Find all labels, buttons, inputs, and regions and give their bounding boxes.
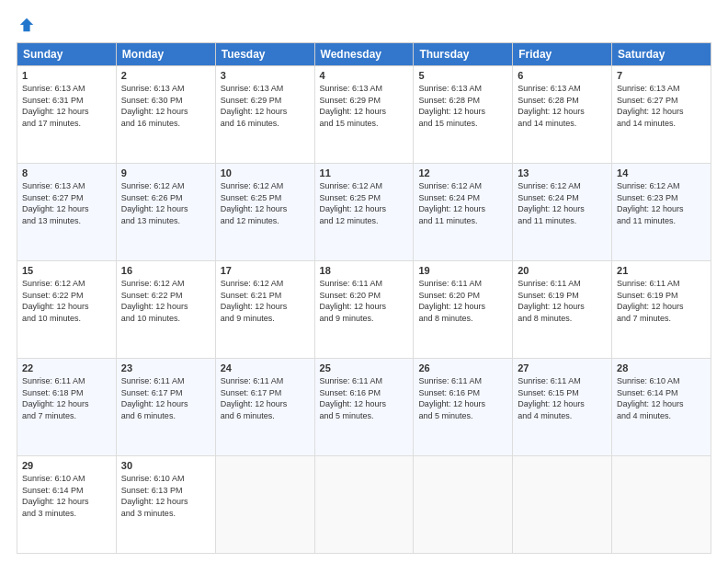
day-number: 2 bbox=[121, 70, 210, 81]
cell-info: Sunrise: 6:11 AMSunset: 6:18 PMDaylight:… bbox=[22, 376, 89, 420]
cell-info: Sunrise: 6:11 AMSunset: 6:16 PMDaylight:… bbox=[418, 376, 485, 420]
cell-info: Sunrise: 6:11 AMSunset: 6:16 PMDaylight:… bbox=[320, 376, 387, 420]
cell-info: Sunrise: 6:13 AMSunset: 6:28 PMDaylight:… bbox=[418, 84, 485, 128]
calendar-cell bbox=[513, 456, 612, 554]
cell-info: Sunrise: 6:10 AMSunset: 6:13 PMDaylight:… bbox=[121, 474, 188, 518]
cell-info: Sunrise: 6:12 AMSunset: 6:26 PMDaylight:… bbox=[121, 181, 188, 225]
calendar-cell: 12Sunrise: 6:12 AMSunset: 6:24 PMDayligh… bbox=[414, 164, 513, 261]
calendar-week-4: 22Sunrise: 6:11 AMSunset: 6:18 PMDayligh… bbox=[17, 359, 711, 456]
calendar-cell: 7Sunrise: 6:13 AMSunset: 6:27 PMDaylight… bbox=[612, 66, 711, 164]
calendar-cell: 1Sunrise: 6:13 AMSunset: 6:31 PMDaylight… bbox=[17, 66, 117, 164]
calendar-table: SundayMondayTuesdayWednesdayThursdayFrid… bbox=[17, 42, 711, 554]
day-number: 24 bbox=[221, 362, 310, 373]
day-number: 10 bbox=[221, 167, 310, 178]
day-number: 27 bbox=[518, 362, 607, 373]
calendar-cell: 30Sunrise: 6:10 AMSunset: 6:13 PMDayligh… bbox=[116, 456, 215, 554]
cell-info: Sunrise: 6:11 AMSunset: 6:15 PMDaylight:… bbox=[518, 376, 585, 420]
day-number: 9 bbox=[121, 167, 210, 178]
cell-info: Sunrise: 6:11 AMSunset: 6:20 PMDaylight:… bbox=[418, 279, 485, 323]
calendar-cell: 25Sunrise: 6:11 AMSunset: 6:16 PMDayligh… bbox=[314, 359, 414, 456]
calendar-cell: 28Sunrise: 6:10 AMSunset: 6:14 PMDayligh… bbox=[612, 359, 711, 456]
cell-info: Sunrise: 6:11 AMSunset: 6:19 PMDaylight:… bbox=[617, 279, 684, 323]
cell-info: Sunrise: 6:13 AMSunset: 6:27 PMDaylight:… bbox=[22, 181, 89, 225]
day-number: 15 bbox=[22, 265, 111, 276]
calendar-cell: 3Sunrise: 6:13 AMSunset: 6:29 PMDaylight… bbox=[215, 66, 314, 164]
calendar-cell: 8Sunrise: 6:13 AMSunset: 6:27 PMDaylight… bbox=[17, 164, 117, 261]
day-number: 8 bbox=[22, 167, 111, 178]
calendar-header-saturday: Saturday bbox=[612, 43, 711, 66]
day-number: 5 bbox=[418, 70, 507, 81]
day-number: 11 bbox=[320, 167, 409, 178]
day-number: 23 bbox=[121, 362, 210, 373]
calendar-cell: 27Sunrise: 6:11 AMSunset: 6:15 PMDayligh… bbox=[513, 359, 612, 456]
cell-info: Sunrise: 6:11 AMSunset: 6:17 PMDaylight:… bbox=[121, 376, 188, 420]
cell-info: Sunrise: 6:12 AMSunset: 6:24 PMDaylight:… bbox=[418, 181, 485, 225]
logo-icon bbox=[18, 17, 35, 33]
calendar-cell: 6Sunrise: 6:13 AMSunset: 6:28 PMDaylight… bbox=[513, 66, 612, 164]
calendar-header-sunday: Sunday bbox=[17, 43, 117, 66]
calendar-header-thursday: Thursday bbox=[414, 43, 513, 66]
day-number: 16 bbox=[121, 265, 210, 276]
cell-info: Sunrise: 6:13 AMSunset: 6:29 PMDaylight:… bbox=[320, 84, 387, 128]
cell-info: Sunrise: 6:11 AMSunset: 6:19 PMDaylight:… bbox=[518, 279, 585, 323]
cell-info: Sunrise: 6:10 AMSunset: 6:14 PMDaylight:… bbox=[22, 474, 89, 518]
calendar-cell: 13Sunrise: 6:12 AMSunset: 6:24 PMDayligh… bbox=[513, 164, 612, 261]
header bbox=[17, 17, 711, 33]
cell-info: Sunrise: 6:10 AMSunset: 6:14 PMDaylight:… bbox=[617, 376, 684, 420]
cell-info: Sunrise: 6:12 AMSunset: 6:24 PMDaylight:… bbox=[518, 181, 585, 225]
calendar-cell: 4Sunrise: 6:13 AMSunset: 6:29 PMDaylight… bbox=[314, 66, 414, 164]
day-number: 12 bbox=[418, 167, 507, 178]
day-number: 17 bbox=[221, 265, 310, 276]
calendar-week-5: 29Sunrise: 6:10 AMSunset: 6:14 PMDayligh… bbox=[17, 456, 711, 554]
calendar-cell: 19Sunrise: 6:11 AMSunset: 6:20 PMDayligh… bbox=[414, 261, 513, 359]
calendar-cell: 2Sunrise: 6:13 AMSunset: 6:30 PMDaylight… bbox=[116, 66, 215, 164]
calendar-week-1: 1Sunrise: 6:13 AMSunset: 6:31 PMDaylight… bbox=[17, 66, 711, 164]
calendar-cell: 26Sunrise: 6:11 AMSunset: 6:16 PMDayligh… bbox=[414, 359, 513, 456]
calendar-cell: 14Sunrise: 6:12 AMSunset: 6:23 PMDayligh… bbox=[612, 164, 711, 261]
cell-info: Sunrise: 6:13 AMSunset: 6:27 PMDaylight:… bbox=[617, 84, 684, 128]
calendar-cell bbox=[314, 456, 414, 554]
day-number: 3 bbox=[221, 70, 310, 81]
page: SundayMondayTuesdayWednesdayThursdayFrid… bbox=[0, 0, 728, 563]
cell-info: Sunrise: 6:12 AMSunset: 6:21 PMDaylight:… bbox=[221, 279, 288, 323]
day-number: 14 bbox=[617, 167, 706, 178]
day-number: 6 bbox=[518, 70, 607, 81]
cell-info: Sunrise: 6:13 AMSunset: 6:29 PMDaylight:… bbox=[221, 84, 288, 128]
logo bbox=[17, 17, 35, 33]
cell-info: Sunrise: 6:12 AMSunset: 6:23 PMDaylight:… bbox=[617, 181, 684, 225]
calendar-cell: 17Sunrise: 6:12 AMSunset: 6:21 PMDayligh… bbox=[215, 261, 314, 359]
cell-info: Sunrise: 6:12 AMSunset: 6:22 PMDaylight:… bbox=[22, 279, 89, 323]
calendar-cell: 11Sunrise: 6:12 AMSunset: 6:25 PMDayligh… bbox=[314, 164, 414, 261]
calendar-header-tuesday: Tuesday bbox=[215, 43, 314, 66]
cell-info: Sunrise: 6:12 AMSunset: 6:25 PMDaylight:… bbox=[221, 181, 288, 225]
calendar-cell: 10Sunrise: 6:12 AMSunset: 6:25 PMDayligh… bbox=[215, 164, 314, 261]
day-number: 18 bbox=[320, 265, 409, 276]
cell-info: Sunrise: 6:13 AMSunset: 6:30 PMDaylight:… bbox=[121, 84, 188, 128]
day-number: 19 bbox=[418, 265, 507, 276]
day-number: 13 bbox=[518, 167, 607, 178]
day-number: 20 bbox=[518, 265, 607, 276]
calendar-week-3: 15Sunrise: 6:12 AMSunset: 6:22 PMDayligh… bbox=[17, 261, 711, 359]
calendar-header-row: SundayMondayTuesdayWednesdayThursdayFrid… bbox=[17, 43, 711, 66]
day-number: 30 bbox=[121, 460, 210, 471]
calendar-cell: 20Sunrise: 6:11 AMSunset: 6:19 PMDayligh… bbox=[513, 261, 612, 359]
cell-info: Sunrise: 6:13 AMSunset: 6:28 PMDaylight:… bbox=[518, 84, 585, 128]
calendar-cell: 15Sunrise: 6:12 AMSunset: 6:22 PMDayligh… bbox=[17, 261, 117, 359]
day-number: 21 bbox=[617, 265, 706, 276]
calendar-cell: 22Sunrise: 6:11 AMSunset: 6:18 PMDayligh… bbox=[17, 359, 117, 456]
calendar-cell: 18Sunrise: 6:11 AMSunset: 6:20 PMDayligh… bbox=[314, 261, 414, 359]
cell-info: Sunrise: 6:11 AMSunset: 6:20 PMDaylight:… bbox=[320, 279, 387, 323]
calendar-cell: 16Sunrise: 6:12 AMSunset: 6:22 PMDayligh… bbox=[116, 261, 215, 359]
cell-info: Sunrise: 6:13 AMSunset: 6:31 PMDaylight:… bbox=[22, 84, 89, 128]
cell-info: Sunrise: 6:11 AMSunset: 6:17 PMDaylight:… bbox=[221, 376, 288, 420]
calendar-cell: 23Sunrise: 6:11 AMSunset: 6:17 PMDayligh… bbox=[116, 359, 215, 456]
calendar-cell: 21Sunrise: 6:11 AMSunset: 6:19 PMDayligh… bbox=[612, 261, 711, 359]
day-number: 7 bbox=[617, 70, 706, 81]
calendar-header-monday: Monday bbox=[116, 43, 215, 66]
calendar-cell: 24Sunrise: 6:11 AMSunset: 6:17 PMDayligh… bbox=[215, 359, 314, 456]
day-number: 29 bbox=[22, 460, 111, 471]
cell-info: Sunrise: 6:12 AMSunset: 6:25 PMDaylight:… bbox=[320, 181, 387, 225]
cell-info: Sunrise: 6:12 AMSunset: 6:22 PMDaylight:… bbox=[121, 279, 188, 323]
calendar-cell bbox=[612, 456, 711, 554]
calendar-cell bbox=[215, 456, 314, 554]
